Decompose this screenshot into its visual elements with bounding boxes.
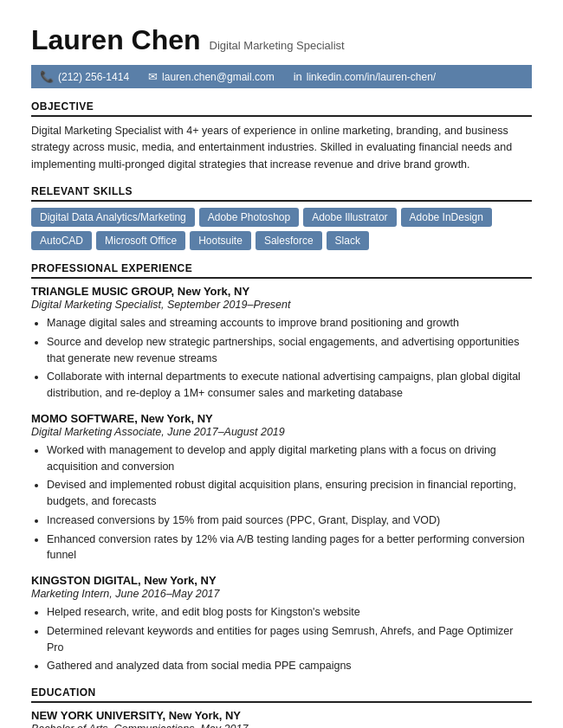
skill-badge: Slack xyxy=(327,231,369,250)
linkedin-contact: in linkedin.com/in/lauren-chen/ xyxy=(294,70,437,83)
skills-title: RELEVANT SKILLS xyxy=(31,185,532,202)
skill-badge: Digital Data Analytics/Marketing xyxy=(31,208,195,227)
skill-badge: Microsoft Office xyxy=(96,231,185,250)
candidate-title: Digital Marketing Specialist xyxy=(210,39,345,52)
contact-bar: 📞 (212) 256-1414 ✉ lauren.chen@gmail.com… xyxy=(31,65,532,88)
job-bullet: Determined relevant keywords and entitie… xyxy=(47,623,532,656)
skill-badge: Hootsuite xyxy=(190,231,251,250)
job-role: Digital Marketing Specialist, September … xyxy=(31,299,532,311)
email-contact: ✉ lauren.chen@gmail.com xyxy=(148,70,275,83)
job-bullet: Increased conversions by 15% from paid s… xyxy=(47,512,532,529)
job-role: Marketing Intern, June 2016–May 2017 xyxy=(31,588,532,600)
education-section: EDUCATION NEW YORK UNIVERSITY, New York,… xyxy=(31,686,532,728)
job-entry: MOMO SOFTWARE, New York, NYDigital Marke… xyxy=(31,412,532,564)
job-bullet: Helped research, write, and edit blog po… xyxy=(47,604,532,621)
phone-contact: 📞 (212) 256-1414 xyxy=(40,70,129,83)
skill-badge: Salesforce xyxy=(256,231,322,250)
job-bullet: Gathered and analyzed data from social m… xyxy=(47,658,532,674)
skill-badge: Adobe InDesign xyxy=(401,208,492,227)
linkedin-url: linkedin.com/in/lauren-chen/ xyxy=(307,71,436,83)
skill-badge: Adobe Illustrator xyxy=(303,208,396,227)
skill-badge: Adobe Photoshop xyxy=(199,208,299,227)
candidate-name: Lauren Chen xyxy=(31,24,201,55)
skills-section: RELEVANT SKILLS Digital Data Analytics/M… xyxy=(31,185,532,250)
education-title: EDUCATION xyxy=(31,686,532,703)
skills-grid: Digital Data Analytics/MarketingAdobe Ph… xyxy=(31,208,532,250)
job-company: TRIANGLE MUSIC GROUP, New York, NY xyxy=(31,285,532,298)
job-entry: KINGSTON DIGITAL, New York, NYMarketing … xyxy=(31,574,532,674)
job-bullet: Manage digital sales and streaming accou… xyxy=(47,315,532,332)
objective-text: Digital Marketing Specialist with 4+ yea… xyxy=(31,123,532,173)
job-entry: TRIANGLE MUSIC GROUP, New York, NYDigita… xyxy=(31,285,532,402)
linkedin-icon: in xyxy=(294,70,302,83)
experience-title: PROFESSIONAL EXPERIENCE xyxy=(31,262,532,279)
edu-school: NEW YORK UNIVERSITY, New York, NY xyxy=(31,709,532,722)
edu-degree: Bachelor of Arts, Communications, May 20… xyxy=(31,723,532,728)
objective-title: OBJECTIVE xyxy=(31,100,532,117)
phone-icon: 📞 xyxy=(40,70,54,83)
job-bullet: Worked with management to develop and ap… xyxy=(47,442,532,475)
experience-section: PROFESSIONAL EXPERIENCE TRIANGLE MUSIC G… xyxy=(31,262,532,674)
job-bullet: Enhanced conversion rates by 12% via A/B… xyxy=(47,532,532,564)
job-company: KINGSTON DIGITAL, New York, NY xyxy=(31,574,532,587)
job-bullet: Devised and implemented robust digital a… xyxy=(47,477,532,510)
job-bullet: Source and develop new strategic partner… xyxy=(47,334,532,367)
email-address: lauren.chen@gmail.com xyxy=(162,71,275,83)
email-icon: ✉ xyxy=(148,70,158,83)
job-role: Digital Marketing Associate, June 2017–A… xyxy=(31,426,532,438)
phone-number: (212) 256-1414 xyxy=(58,71,129,83)
job-company: MOMO SOFTWARE, New York, NY xyxy=(31,412,532,425)
resume-header: Lauren ChenDigital Marketing Specialist xyxy=(31,24,532,56)
objective-section: OBJECTIVE Digital Marketing Specialist w… xyxy=(31,100,532,173)
job-bullet: Collaborate with internal departments to… xyxy=(47,369,532,402)
skill-badge: AutoCAD xyxy=(31,231,92,250)
